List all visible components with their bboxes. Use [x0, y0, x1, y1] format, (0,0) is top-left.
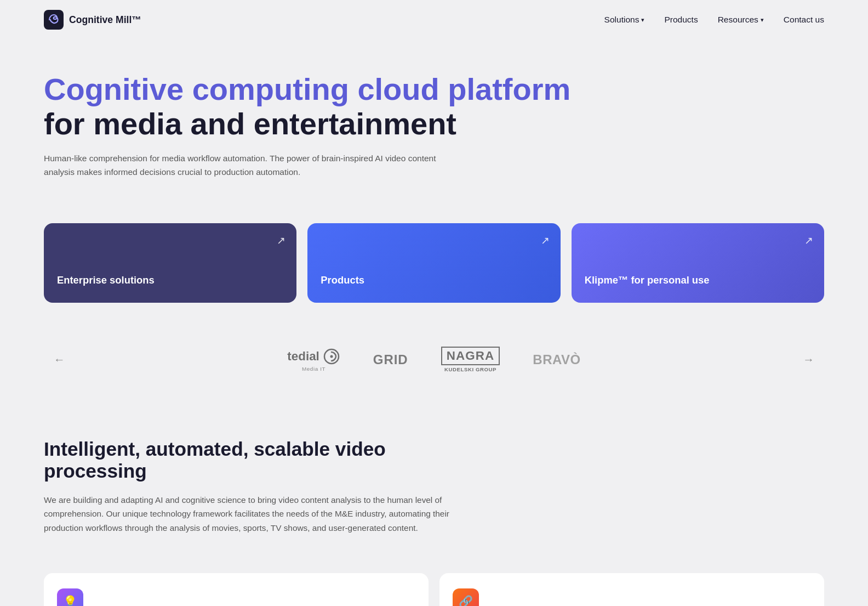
navbar-links: Solutions ▾ Products Resources ▾ Contact…: [604, 15, 824, 25]
link-icon: 🔗: [459, 595, 473, 606]
logo-nagra: NAGRA KUDELSKI GROUP: [441, 347, 500, 372]
hero-title-line2: for media and entertainment: [44, 106, 456, 141]
logo-bravo: BRAVÒ: [533, 352, 580, 367]
svg-rect-0: [44, 10, 64, 30]
logos-prev-button[interactable]: ←: [44, 353, 75, 366]
tedial-sub: Media IT: [302, 366, 326, 372]
feature-icon-purple: 💡: [57, 588, 83, 606]
logo-text: Cognitive Mill™: [69, 14, 141, 26]
tedial-circle-icon: [323, 348, 340, 365]
hero-title-line1: Cognitive computing cloud platform: [44, 72, 570, 106]
nav-solutions[interactable]: Solutions ▾: [604, 15, 645, 25]
hero-section: Cognitive computing cloud platform for m…: [0, 39, 658, 223]
feature-icon-orange: 🔗: [453, 588, 479, 606]
arrow-icon-enterprise: ↗: [277, 234, 285, 247]
card-enterprise[interactable]: ↗ Enterprise solutions: [44, 223, 296, 303]
arrow-icon-klipme: ↗: [804, 234, 813, 247]
cards-row: ↗ Enterprise solutions ↗ Products ↗ Klip…: [0, 223, 868, 303]
nav-products[interactable]: Products: [664, 15, 698, 25]
card-enterprise-label: Enterprise solutions: [57, 247, 283, 286]
feature-cards-row: 💡 🔗: [0, 573, 868, 606]
hero-title: Cognitive computing cloud platform for m…: [44, 72, 614, 141]
chevron-down-icon: ▾: [641, 16, 644, 24]
nav-resources[interactable]: Resources ▾: [718, 15, 764, 25]
logos-section: ← tedial Media IT GRID NAGRA KUDELSKI GR…: [0, 336, 868, 405]
logo[interactable]: Cognitive Mill™: [44, 10, 141, 30]
logo-icon: [44, 10, 64, 30]
card-klipme-label: Klipme™ for personal use: [585, 247, 811, 286]
bulb-icon: 💡: [63, 595, 77, 606]
svg-point-2: [330, 355, 333, 358]
logos-container: tedial Media IT GRID NAGRA KUDELSKI GROU…: [75, 347, 793, 372]
feature-card-1[interactable]: 🔗: [439, 573, 824, 606]
logo-grid: GRID: [373, 352, 408, 367]
section2-body: We are building and adapting AI and cogn…: [44, 493, 449, 535]
chevron-down-icon-resources: ▾: [761, 16, 764, 24]
card-products[interactable]: ↗ Products: [307, 223, 560, 303]
logo-tedial: tedial Media IT: [287, 348, 340, 372]
feature-card-0[interactable]: 💡: [44, 573, 429, 606]
card-klipme[interactable]: ↗ Klipme™ for personal use: [572, 223, 824, 303]
arrow-icon-products: ↗: [541, 234, 550, 247]
navbar: Cognitive Mill™ Solutions ▾ Products Res…: [0, 0, 868, 39]
hero-subtitle: Human-like comprehension for media workf…: [44, 152, 449, 179]
section2-title: Intelligent, automated, scalable video p…: [44, 438, 427, 482]
logos-next-button[interactable]: →: [793, 353, 824, 366]
card-products-label: Products: [321, 247, 547, 286]
nav-contact[interactable]: Contact us: [784, 15, 824, 25]
section2: Intelligent, automated, scalable video p…: [0, 405, 868, 573]
